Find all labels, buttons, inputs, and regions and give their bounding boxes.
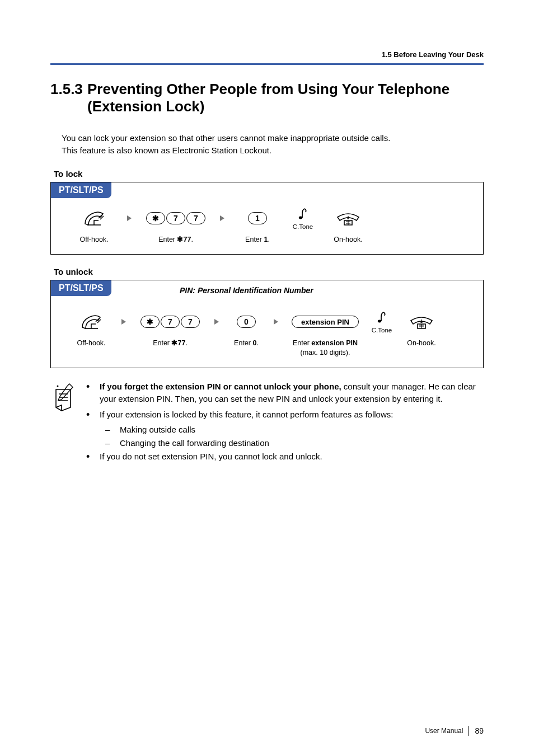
note-bullet-2: • If your extension is locked by this fe… [86, 408, 484, 421]
lock-steps-row: Off-hook. ✱ 7 7 Enter ✱77. [59, 204, 475, 247]
caption-text: . [185, 339, 187, 347]
music-note-icon [376, 310, 388, 325]
arrow-icon [123, 206, 136, 231]
ctone-label: C.Tone [372, 327, 392, 334]
note2-dash1-text: Making outside calls [120, 424, 195, 436]
svg-point-2 [57, 386, 59, 387]
caption-text: Enter [234, 339, 252, 347]
caption-text: . [268, 236, 269, 243]
caption-bold: 77 [177, 339, 185, 347]
notepad-icon [50, 381, 77, 466]
note1-bold: If you forget the extension PIN or canno… [100, 382, 341, 391]
step-enter-1: 1 Enter 1. [232, 206, 283, 245]
svg-point-0 [299, 216, 302, 219]
caption-bold: extension PIN [311, 339, 358, 347]
enter-star77-caption: Enter ✱77. [158, 235, 193, 245]
arrow-icon [216, 206, 229, 231]
key-7: 7 [186, 212, 205, 224]
key-extension-pin: extension PIN [292, 316, 359, 328]
unlock-steps-row: Off-hook. ✱ 7 7 Enter ✱77. [59, 307, 475, 360]
intro-paragraph: You can lock your extension so that othe… [62, 132, 484, 157]
offhook-icon [79, 312, 104, 332]
arrow-icon [117, 309, 130, 334]
device-tab-unlock: PT/SLT/PS [51, 280, 111, 296]
footer-label: User Manual [425, 727, 463, 735]
to-lock-heading: To lock [54, 169, 484, 179]
onhook-icon [407, 313, 435, 331]
arrow-icon [210, 309, 223, 334]
offhook-caption: Off-hook. [77, 339, 105, 348]
onhook-icon [334, 209, 362, 227]
key-star: ✱ [146, 212, 165, 224]
ctone-label: C.Tone [293, 223, 313, 230]
caption-text: Enter [158, 236, 177, 243]
to-unlock-heading: To unlock [54, 267, 484, 276]
step-ctone: C.Tone [368, 309, 396, 348]
step-enter-0: 0 Enter 0. [227, 309, 266, 348]
lock-procedure-box: PT/SLT/PS Off-hook. ✱ [50, 182, 484, 255]
note-dash-1: –Making outside calls [105, 424, 484, 436]
extension-pin-caption: Enter extension PIN (max. 10 digits). [293, 339, 358, 358]
note2-text: If your extension is locked by this feat… [100, 408, 393, 421]
section-number: 1.5.3 [50, 81, 87, 115]
intro-line2: This feature is also known as Electronic… [62, 145, 271, 155]
note-bullet-3: • If you do not set extension PIN, you c… [86, 450, 484, 463]
footer-separator [469, 726, 469, 736]
music-note-icon [297, 206, 309, 221]
step-extension-pin: extension PIN Enter extension PIN (max. … [286, 309, 364, 358]
caption-text: . [191, 236, 193, 243]
step-onhook: On-hook. [323, 206, 373, 245]
caption-text: Enter [245, 236, 264, 243]
key-7: 7 [166, 212, 185, 224]
page-footer: User Manual 89 [425, 726, 484, 736]
device-tab-lock: PT/SLT/PS [51, 182, 111, 198]
step-enter-star77: ✱ 7 7 Enter ✱77. [134, 309, 207, 348]
caption-text: Enter [153, 339, 171, 347]
running-head: 1.5 Before Leaving Your Desk [50, 50, 484, 65]
step-offhook: Off-hook. [69, 309, 114, 348]
key-7: 7 [161, 316, 180, 328]
step-enter-star77: ✱ 7 7 Enter ✱77. [139, 206, 212, 245]
note-bullet-1: • If you forget the extension PIN or can… [86, 381, 484, 405]
page-number: 89 [475, 726, 484, 735]
step-ctone: C.Tone [286, 206, 320, 245]
svg-point-1 [378, 320, 381, 323]
unlock-procedure-box: PT/SLT/PS PIN: Personal Identification N… [50, 280, 484, 368]
caption-bold: 77 [183, 236, 191, 243]
offhook-icon [82, 208, 106, 228]
section-heading-text: Preventing Other People from Using Your … [87, 81, 484, 115]
pin-definition: PIN: Personal Identification Number [180, 286, 313, 295]
caption-text: (max. 10 digits). [301, 349, 350, 356]
key-star: ✱ [140, 316, 160, 328]
arrow-icon [269, 309, 283, 334]
caption-text: . [256, 339, 258, 347]
enter0-caption: Enter 0. [234, 339, 259, 348]
section-title: 1.5.3 Preventing Other People from Using… [50, 81, 484, 115]
key-0: 0 [237, 316, 256, 328]
intro-line1: You can lock your extension so that othe… [62, 133, 390, 143]
note-dash-2: –Changing the call forwarding destinatio… [105, 437, 484, 449]
note2-dash2-text: Changing the call forwarding destination [120, 437, 269, 449]
key-7: 7 [181, 316, 200, 328]
onhook-caption: On-hook. [407, 339, 435, 348]
key-1: 1 [248, 212, 267, 224]
enter1-caption: Enter 1. [245, 235, 270, 245]
step-offhook: Off-hook. [69, 206, 119, 245]
note3-text: If you do not set extension PIN, you can… [100, 450, 322, 463]
offhook-caption: Off-hook. [79, 235, 108, 245]
notes-block: • If you forget the extension PIN or can… [50, 381, 484, 466]
onhook-caption: On-hook. [334, 235, 362, 245]
enter-star77-caption: Enter ✱77. [153, 339, 188, 348]
caption-text: Enter [293, 339, 311, 347]
step-onhook: On-hook. [399, 309, 444, 348]
